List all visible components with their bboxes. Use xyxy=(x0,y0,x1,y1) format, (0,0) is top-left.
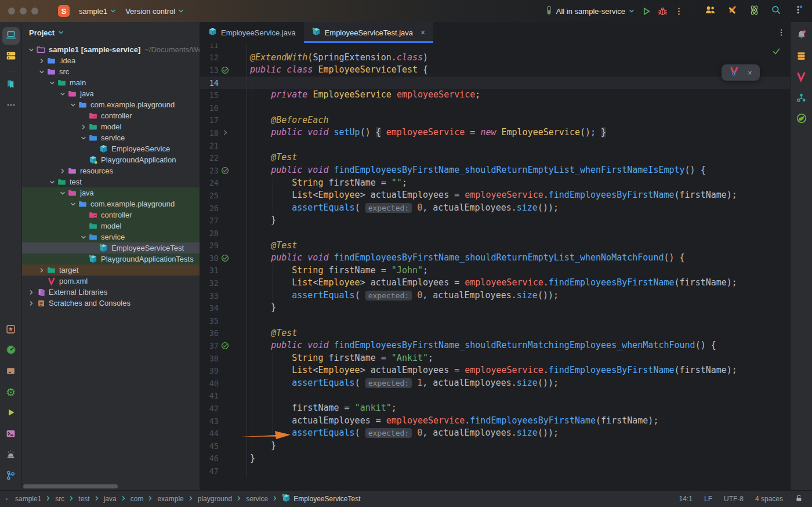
problems-tool-button[interactable] xyxy=(2,447,20,464)
tree-item-service[interactable]: service xyxy=(22,231,200,242)
code-line-43[interactable]: 43 actualEmployees = employeeService.fin… xyxy=(200,415,790,428)
tree-item-model[interactable]: model xyxy=(22,220,200,231)
code-line-44[interactable]: 44 assertEquals( expected: 0, actualEmpl… xyxy=(200,427,790,440)
users-button[interactable] xyxy=(702,3,718,19)
tree-item-com-example-playground[interactable]: com.example.playground xyxy=(22,198,200,209)
git-tool-button[interactable] xyxy=(2,468,20,485)
close-icon[interactable]: × xyxy=(420,28,425,37)
endpoints-tool-button[interactable] xyxy=(2,342,20,360)
code-line-18[interactable]: 18 public void setUp() { employeeService… xyxy=(200,126,790,139)
settings-tool-button[interactable]: ⚙ xyxy=(2,384,20,401)
test-passed-icon[interactable] xyxy=(219,166,231,175)
code-line-46[interactable]: 46} xyxy=(200,452,790,465)
tree-item-test[interactable]: test xyxy=(22,176,200,187)
code-line-39[interactable]: 39 List<Employee> actualEmployees = empl… xyxy=(200,364,790,377)
run-configuration-widget[interactable]: All in sample-service xyxy=(542,4,638,18)
tree-item-external-libraries[interactable]: External Libraries xyxy=(22,287,200,298)
chevron-down-icon[interactable] xyxy=(78,135,88,141)
chevron-right-icon[interactable] xyxy=(26,300,36,306)
tree-item-scratches-and-consoles[interactable]: Scratches and Consoles xyxy=(22,298,200,309)
tree-item-employeeservicetest[interactable]: EmployeeServiceTest xyxy=(22,242,200,253)
code-line-47[interactable]: 47 xyxy=(200,465,790,477)
breadcrumb-item-example[interactable]: example xyxy=(157,495,183,503)
code-line-22[interactable]: 22 @Test xyxy=(200,151,790,164)
indent-setting[interactable]: 4 spaces xyxy=(755,495,783,503)
chevron-down-icon[interactable] xyxy=(78,234,88,240)
test-passed-icon[interactable] xyxy=(219,66,231,74)
tree-item-sample1-sample-service-[interactable]: sample1 [sample-service]~/Documents/Work xyxy=(22,44,200,55)
code-line-29[interactable]: 29 @Test xyxy=(200,240,790,252)
inspections-passed-icon[interactable] xyxy=(772,47,781,58)
editor[interactable]: 1112@ExtendWith(SpringExtension.class)13… xyxy=(200,44,790,490)
chevron-down-icon[interactable] xyxy=(47,179,57,185)
code-line-12[interactable]: 12@ExtendWith(SpringExtension.class) xyxy=(200,52,790,64)
chevron-right-icon[interactable] xyxy=(37,267,46,273)
code-line-24[interactable]: 24 String firstName = ""; xyxy=(200,177,790,190)
more-with-badge-button[interactable] xyxy=(790,3,806,19)
code-line-21[interactable]: 21 xyxy=(200,139,790,152)
database-tool-button[interactable] xyxy=(793,48,810,66)
chevron-down-icon[interactable] xyxy=(68,201,78,207)
code-line-13[interactable]: 13public class EmployeeServiceTest { xyxy=(200,64,790,77)
code-line-40[interactable]: 40 assertEquals( expected: 1, actualEmpl… xyxy=(200,377,790,390)
minimize-window-button[interactable] xyxy=(20,8,27,15)
run-tool-button[interactable] xyxy=(2,405,20,422)
code-line-45[interactable]: 45 } xyxy=(200,440,790,452)
dependencies-tool-button[interactable] xyxy=(793,90,810,107)
horizontal-scrollbar[interactable] xyxy=(23,484,118,488)
code-line-32[interactable]: 32 List<Employee> actualEmployees = empl… xyxy=(200,277,790,289)
code-line-11[interactable]: 11 xyxy=(200,44,790,52)
build-tool-button[interactable] xyxy=(2,363,20,381)
maximize-window-button[interactable] xyxy=(31,8,38,15)
code-line-27[interactable]: 27 } xyxy=(200,214,790,227)
search-button[interactable] xyxy=(768,3,784,19)
more-tools-button[interactable] xyxy=(2,97,20,115)
code-line-14[interactable]: 14 xyxy=(200,77,790,89)
caret-position[interactable]: 14:1 xyxy=(679,495,693,503)
code-line-42[interactable]: 42 firstName = "ankit"; xyxy=(200,402,790,415)
tree-item-controller[interactable]: controller xyxy=(22,110,200,121)
tree-item-com-example-playground[interactable]: com.example.playground xyxy=(22,99,200,110)
chevron-right-icon[interactable] xyxy=(37,58,46,64)
chevron-right-icon[interactable] xyxy=(57,168,67,174)
fold-icon[interactable] xyxy=(219,129,231,136)
tree-item--idea[interactable]: .idea xyxy=(22,55,200,66)
code-line-15[interactable]: 15 private EmployeeService employeeServi… xyxy=(200,89,790,102)
breadcrumb-item-java[interactable]: java xyxy=(104,495,117,503)
code-line-26[interactable]: 26 assertEquals( expected: 0, actualEmpl… xyxy=(200,202,790,215)
terminal-tool-button[interactable] xyxy=(2,426,20,443)
more-run-actions-button[interactable] xyxy=(670,3,687,19)
close-icon[interactable]: × xyxy=(748,68,752,77)
maven-reload-icon[interactable] xyxy=(729,66,740,79)
code-line-25[interactable]: 25 List<Employee> actualEmployees = empl… xyxy=(200,189,790,202)
project-panel-header[interactable]: Project xyxy=(22,22,200,43)
chevron-down-icon[interactable] xyxy=(57,190,67,196)
chevron-right-icon[interactable] xyxy=(26,289,36,295)
tab-employeeservice-java[interactable]: EmployeeService.java xyxy=(200,22,304,43)
run-button[interactable] xyxy=(638,3,654,19)
test-passed-icon[interactable] xyxy=(219,342,231,350)
unlock-icon[interactable] xyxy=(795,494,803,504)
tree-item-java[interactable]: java xyxy=(22,88,200,99)
maven-tool-button[interactable] xyxy=(793,69,810,86)
tools-button[interactable] xyxy=(724,3,740,19)
notifications-button[interactable] xyxy=(793,27,810,45)
breadcrumb-item-test[interactable]: test xyxy=(78,495,89,503)
project-widget[interactable]: sample1 xyxy=(74,5,121,18)
test-passed-icon[interactable] xyxy=(219,254,231,262)
services-tool-button[interactable] xyxy=(2,321,20,339)
code-line-37[interactable]: 37 public void findEmployeesByFirstName_… xyxy=(200,339,790,352)
chevron-down-icon[interactable] xyxy=(47,80,57,86)
breadcrumb-item-src[interactable]: src xyxy=(55,495,64,503)
version-control-widget[interactable]: Version control xyxy=(121,5,188,18)
tree-item-model[interactable]: model xyxy=(22,121,200,132)
chevron-down-icon[interactable] xyxy=(68,102,78,108)
tab-options-button[interactable] xyxy=(773,22,790,43)
tree-item-service[interactable]: service xyxy=(22,132,200,143)
code-line-38[interactable]: 38 String firstName = "Ankit"; xyxy=(200,352,790,365)
breadcrumb-item-service[interactable]: service xyxy=(246,495,268,503)
code-line-23[interactable]: 23 public void findEmployeesByFirstName_… xyxy=(200,164,790,177)
tree-item-playgroundapplication[interactable]: PlaygroundApplication xyxy=(22,154,200,165)
code-line-36[interactable]: 36 @Test xyxy=(200,327,790,340)
tree-item-playgroundapplicationtests[interactable]: PlaygroundApplicationTests xyxy=(22,253,200,265)
